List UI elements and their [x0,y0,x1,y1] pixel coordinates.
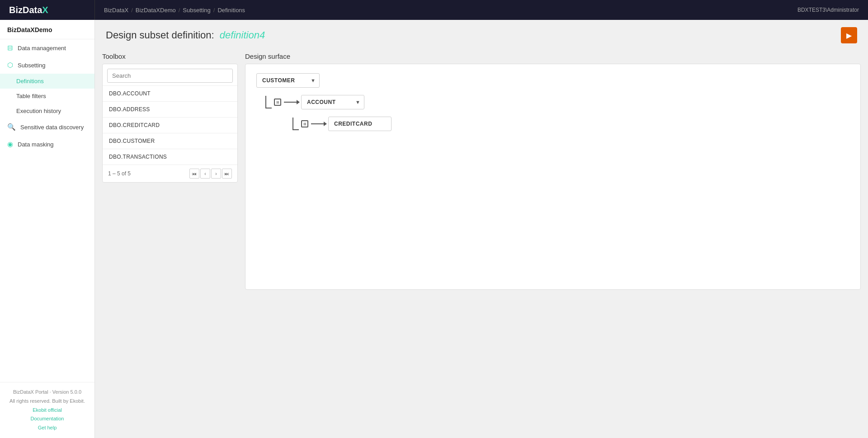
pagination-first-button[interactable]: ⏮ [189,169,199,179]
toolbox-item[interactable]: DBO.ACCOUNT [103,85,237,101]
toolbox-list: DBO.ACCOUNT DBO.ADDRESS DBO.CREDITCARD D… [103,85,237,165]
page-title: Design subset definition: definition4 [106,29,265,41]
design-tree: CUSTOMER ▼ ⊞ [245,64,860,147]
panels-area: Toolbox DBO.ACCOUNT DBO.ADDRESS DBO.CRED… [95,48,868,438]
toolbox-item[interactable]: DBO.CUSTOMER [103,133,237,149]
account-node[interactable]: ACCOUNT ▼ [301,95,364,109]
pagination-prev-button[interactable]: ‹ [200,169,210,179]
data-masking-icon: ◉ [7,140,13,148]
sidebar-item-data-management[interactable]: ⊟ Data management [0,39,94,57]
creditcard-row: ⊞ CREDITCARD [292,117,849,131]
customer-node[interactable]: CUSTOMER ▼ [256,73,320,88]
sidebar-item-label: Definitions [16,78,44,85]
sidebar-item-data-masking[interactable]: ◉ Data masking [0,136,94,153]
version-line: BizDataX Portal · Version 5.0.0 [7,388,87,397]
breadcrumb-subsetting[interactable]: Subsetting [183,7,210,14]
account-chevron[interactable]: ▼ [352,96,364,108]
get-help-link[interactable]: Get help [7,424,87,433]
sidebar-item-sensitive-data[interactable]: 🔍 Sensitive data discovery [0,118,94,136]
sidebar-item-label: Data management [18,45,66,52]
design-surface-panel: CUSTOMER ▼ ⊞ [245,64,861,290]
ekobit-official-link[interactable]: Ekobit official [7,406,87,415]
logo-area: BizDataX [0,0,95,20]
customer-node-label: CUSTOMER [257,74,307,87]
breadcrumb: BizDataX / BizDataXDemo / Subsetting / D… [95,7,788,14]
subsetting-icon: ⬡ [7,61,13,69]
toolbox-item[interactable]: DBO.CREDITCARD [103,117,237,133]
toolbox-item[interactable]: DBO.TRANSACTIONS [103,149,237,165]
sidebar-item-execution-history[interactable]: Execution history [0,104,94,118]
arrow-line-2 [311,123,324,124]
breadcrumb-sep-3: / [213,7,215,14]
sidebar-item-label: Sensitive data discovery [20,124,84,131]
documentation-link[interactable]: Documentation [7,414,87,424]
l-connector-2 [292,118,299,130]
account-row: ⊞ ACCOUNT ▼ [265,95,849,109]
page-title-dynamic: definition4 [220,29,265,41]
sidebar-footer: BizDataX Portal · Version 5.0.0 All righ… [0,382,94,438]
pagination-info: 1 – 5 of 5 [108,170,131,177]
logo-highlight: X [42,5,48,15]
creditcard-node-label: CREDITCARD [329,117,377,131]
breadcrumb-sep-2: / [179,7,180,14]
sidebar-item-subsetting[interactable]: ⬡ Subsetting [0,57,94,74]
sidebar-item-label: Table filters [16,93,46,99]
sidebar-item-label: Data masking [18,141,53,148]
sidebar-item-table-filters[interactable]: Table filters [0,89,94,104]
pagination-next-button[interactable]: › [211,169,221,179]
sidebar-item-label: Subsetting [18,62,45,69]
toolbox-footer: 1 – 5 of 5 ⏮ ‹ › ⏭ [103,165,237,182]
run-button[interactable]: ▶ [841,27,857,43]
toolbox-panel: DBO.ACCOUNT DBO.ADDRESS DBO.CREDITCARD D… [102,64,238,183]
arrow-2 [311,122,327,126]
customer-chevron[interactable]: ▼ [307,74,319,87]
l-line-2 [292,118,299,130]
design-surface-title: Design surface [245,48,861,64]
breadcrumb-bizdataxdemo[interactable]: BizDataXDemo [136,7,176,14]
join-icon-2: ⊞ [301,120,308,127]
breadcrumb-sep-1: / [131,7,133,14]
sidebar-item-label: Execution history [16,108,61,114]
data-management-icon: ⊟ [7,44,13,52]
sidebar: BizDataXDemo ⊟ Data management ⬡ Subsett… [0,20,95,438]
user-display: BDXTEST3\Administrator [788,7,868,13]
toolbox-title: Toolbox [102,48,238,64]
pagination-controls: ⏮ ‹ › ⏭ [189,169,232,179]
main-content: Design subset definition: definition4 ▶ … [95,20,868,438]
arrow-line-1 [284,102,297,103]
logo-text: BizDataX [9,5,48,15]
toolbox-item[interactable]: DBO.ADDRESS [103,101,237,117]
toolbox-search-input[interactable] [107,69,233,83]
design-surface-column: Design surface CUSTOMER ▼ [245,48,861,290]
sidebar-item-definitions[interactable]: Definitions [0,74,94,89]
l-connector-1 [265,96,272,108]
rights-line: All rights reserved. Built by Ekobit. [7,397,87,406]
breadcrumb-bizdatax[interactable]: BizDataX [104,7,128,14]
pagination-last-button[interactable]: ⏭ [222,169,232,179]
account-node-label: ACCOUNT [302,95,352,109]
join-icon-1: ⊞ [274,99,281,106]
creditcard-node[interactable]: CREDITCARD [328,117,392,131]
sidebar-app-name: BizDataXDemo [0,20,94,39]
arrowhead-1 [297,100,300,104]
customer-row: CUSTOMER ▼ [256,73,849,88]
arrow-1 [284,100,300,104]
page-header: Design subset definition: definition4 ▶ [95,20,868,48]
arrowhead-2 [324,122,327,126]
toolbox-column: Toolbox DBO.ACCOUNT DBO.ADDRESS DBO.CRED… [102,48,238,183]
l-line-1 [265,96,272,108]
breadcrumb-definitions[interactable]: Definitions [217,7,245,14]
sensitive-data-icon: 🔍 [7,123,16,131]
